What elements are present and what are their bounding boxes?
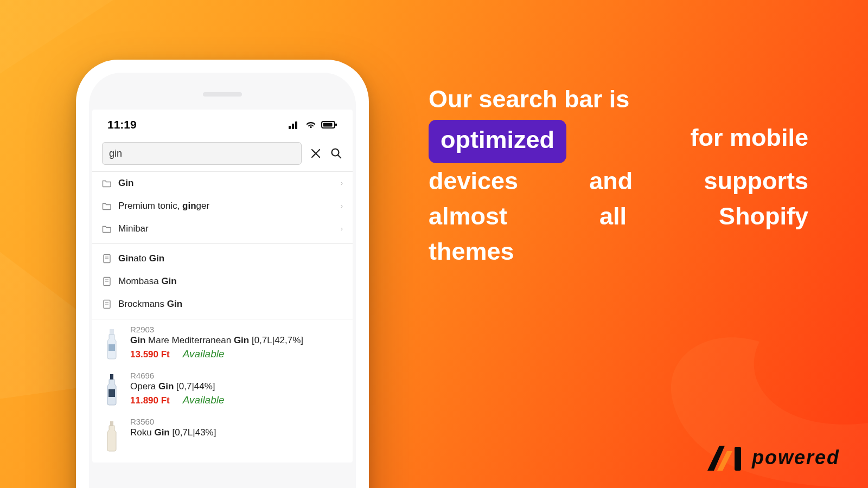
category-row[interactable]: Minibar › [98, 217, 347, 240]
product-results: R2903 Gin Mare Mediterranean Gin [0,7L|4… [98, 319, 347, 457]
folder-icon [102, 178, 112, 188]
svg-rect-5 [335, 124, 337, 126]
phone-inner: 11:19 [89, 73, 356, 488]
folder-icon [102, 224, 112, 234]
clear-search-button[interactable] [309, 147, 322, 160]
copy-text: and [589, 163, 633, 198]
badge-text: powered [752, 446, 840, 469]
svg-rect-15 [735, 447, 741, 471]
marketing-copy: Our search bar is optimized for mobile d… [429, 81, 808, 269]
product-availability: Available [183, 394, 225, 406]
product-row[interactable]: R4696 Opera Gin [0,7|44%] 11.890 Ft Avai… [98, 365, 347, 412]
battery-icon [321, 120, 337, 129]
category-suggestions: Gin › Premium tonic, ginger › [98, 172, 347, 240]
svg-rect-0 [289, 126, 291, 129]
copy-text: almost [429, 198, 507, 234]
folder-icon [102, 201, 112, 211]
category-row[interactable]: Gin › [98, 172, 347, 195]
phone-speaker [203, 92, 242, 97]
category-label: Gin [118, 178, 133, 189]
svg-rect-12 [110, 374, 113, 380]
highlight-pill: optimized [429, 120, 566, 163]
svg-rect-1 [292, 124, 294, 129]
copy-text: for mobile [690, 120, 808, 163]
page-suggestions: Ginato Gin Mombasa Gin [98, 247, 347, 316]
product-row[interactable]: R2903 Gin Mare Mediterranean Gin [0,7L|4… [98, 319, 347, 365]
page-icon [102, 277, 112, 286]
app-screen: 11:19 [92, 110, 353, 463]
chevron-right-icon: › [341, 179, 343, 187]
copy-text: Our search bar is [429, 85, 629, 113]
status-bar: 11:19 [98, 110, 347, 140]
ai-powered-badge: powered [703, 444, 840, 472]
search-row [98, 140, 347, 171]
product-title: Roku Gin [0,7L|43%] [130, 427, 216, 438]
product-title: Opera Gin [0,7|44%] [130, 381, 225, 392]
page-row[interactable]: Mombasa Gin [98, 270, 347, 293]
copy-text: themes [429, 234, 514, 269]
svg-rect-2 [295, 121, 297, 129]
page-row[interactable]: Ginato Gin [98, 247, 347, 270]
product-price: 11.890 Ft [130, 395, 170, 406]
product-row[interactable]: R3560 Roku Gin [0,7L|43%] [98, 412, 347, 457]
close-icon [310, 148, 321, 159]
svg-rect-10 [110, 329, 114, 335]
promo-slide: 11:19 [0, 0, 868, 488]
copy-text: supports [704, 163, 808, 198]
search-icon [330, 147, 342, 159]
page-row[interactable]: Brockmans Gin [98, 293, 347, 316]
product-price: 13.590 Ft [130, 349, 170, 360]
phone-frame: 11:19 [76, 60, 369, 488]
product-sku: R2903 [130, 325, 303, 334]
copy-text: devices [429, 163, 518, 198]
wifi-icon [305, 120, 317, 129]
page-icon [102, 254, 112, 264]
product-sku: R3560 [130, 417, 216, 426]
status-time: 11:19 [107, 118, 137, 131]
product-thumb [101, 325, 123, 359]
svg-rect-13 [108, 389, 115, 397]
product-sku: R4696 [130, 371, 225, 380]
svg-rect-4 [323, 123, 333, 127]
page-icon [102, 299, 112, 309]
chevron-right-icon: › [341, 202, 343, 210]
page-label: Brockmans Gin [118, 299, 182, 310]
status-icons [289, 120, 337, 129]
product-thumb [101, 371, 123, 406]
category-label: Minibar [118, 223, 149, 234]
ai-logo-icon [703, 444, 743, 472]
page-label: Mombasa Gin [118, 276, 177, 287]
category-label: Premium tonic, ginger [118, 201, 209, 211]
submit-search-button[interactable] [330, 147, 343, 160]
page-label: Ginato Gin [118, 253, 164, 264]
chevron-right-icon: › [341, 225, 343, 233]
copy-text: Shopify [719, 198, 808, 234]
product-thumb [101, 417, 123, 452]
category-row[interactable]: Premium tonic, ginger › [98, 195, 347, 217]
svg-rect-11 [108, 344, 115, 351]
svg-rect-14 [110, 421, 113, 426]
search-input[interactable] [102, 142, 302, 165]
product-title: Gin Mare Mediterranean Gin [0,7L|42,7%] [130, 335, 303, 346]
copy-text: all [599, 198, 627, 234]
product-availability: Available [183, 348, 225, 360]
cellular-icon [289, 120, 301, 129]
